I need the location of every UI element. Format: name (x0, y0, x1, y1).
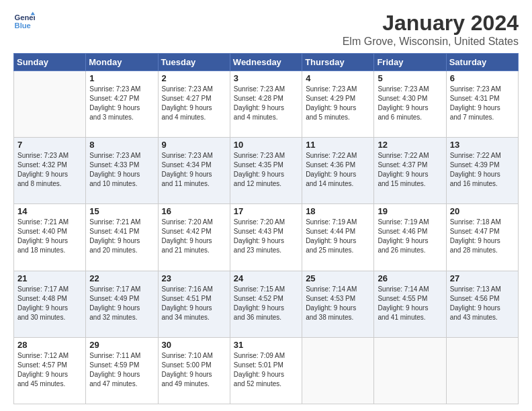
table-row: 18Sunrise: 7:19 AM Sunset: 4:44 PM Dayli… (302, 204, 374, 271)
table-row: 17Sunrise: 7:20 AM Sunset: 4:43 PM Dayli… (230, 204, 302, 271)
day-number: 7 (17, 140, 82, 150)
table-row: 30Sunrise: 7:10 AM Sunset: 5:00 PM Dayli… (158, 337, 230, 404)
day-info: Sunrise: 7:23 AM Sunset: 4:28 PM Dayligh… (234, 85, 298, 122)
col-friday: Friday (374, 54, 446, 71)
day-number: 22 (89, 273, 154, 283)
day-info: Sunrise: 7:23 AM Sunset: 4:33 PM Dayligh… (89, 151, 154, 189)
col-monday: Monday (86, 54, 158, 71)
table-row (446, 337, 518, 404)
day-info: Sunrise: 7:23 AM Sunset: 4:34 PM Dayligh… (162, 151, 226, 189)
table-row: 24Sunrise: 7:15 AM Sunset: 4:52 PM Dayli… (230, 271, 302, 337)
table-row: 25Sunrise: 7:14 AM Sunset: 4:53 PM Dayli… (302, 271, 374, 337)
day-number: 9 (162, 140, 226, 150)
table-row: 5Sunrise: 7:23 AM Sunset: 4:30 PM Daylig… (374, 71, 446, 138)
col-thursday: Thursday (302, 54, 374, 71)
day-info: Sunrise: 7:20 AM Sunset: 4:43 PM Dayligh… (234, 218, 298, 255)
table-row: 2Sunrise: 7:23 AM Sunset: 4:27 PM Daylig… (158, 71, 230, 138)
day-number: 19 (378, 206, 442, 216)
day-info: Sunrise: 7:19 AM Sunset: 4:44 PM Dayligh… (306, 218, 370, 255)
day-info: Sunrise: 7:23 AM Sunset: 4:31 PM Dayligh… (450, 85, 515, 122)
day-number: 28 (17, 340, 82, 350)
day-info: Sunrise: 7:16 AM Sunset: 4:51 PM Dayligh… (162, 285, 226, 322)
day-info: Sunrise: 7:14 AM Sunset: 4:53 PM Dayligh… (306, 285, 370, 322)
table-row: 3Sunrise: 7:23 AM Sunset: 4:28 PM Daylig… (230, 71, 302, 138)
calendar-table: Sunday Monday Tuesday Wednesday Thursday… (13, 53, 519, 404)
col-wednesday: Wednesday (230, 54, 302, 71)
day-number: 2 (162, 73, 226, 83)
page: General Blue January 2024 Elm Grove, Wis… (0, 0, 532, 411)
day-number: 11 (306, 140, 370, 150)
header-row: Sunday Monday Tuesday Wednesday Thursday… (14, 54, 519, 71)
calendar-week-row: 14Sunrise: 7:21 AM Sunset: 4:40 PM Dayli… (14, 204, 519, 271)
table-row: 13Sunrise: 7:22 AM Sunset: 4:39 PM Dayli… (446, 138, 518, 204)
day-info: Sunrise: 7:17 AM Sunset: 4:48 PM Dayligh… (17, 285, 82, 322)
calendar-week-row: 7Sunrise: 7:23 AM Sunset: 4:32 PM Daylig… (14, 138, 519, 204)
day-number: 8 (89, 140, 154, 150)
col-saturday: Saturday (446, 54, 518, 71)
day-number: 26 (378, 273, 442, 283)
table-row: 14Sunrise: 7:21 AM Sunset: 4:40 PM Dayli… (14, 204, 86, 271)
calendar-week-row: 1Sunrise: 7:23 AM Sunset: 4:27 PM Daylig… (14, 71, 519, 138)
day-number: 27 (450, 273, 515, 283)
day-number: 23 (162, 273, 226, 283)
logo-icon: General Blue (13, 11, 35, 32)
day-number: 6 (450, 73, 515, 83)
table-row (14, 71, 86, 138)
calendar-week-row: 28Sunrise: 7:12 AM Sunset: 4:57 PM Dayli… (14, 337, 519, 404)
day-info: Sunrise: 7:15 AM Sunset: 4:52 PM Dayligh… (234, 285, 298, 322)
day-info: Sunrise: 7:22 AM Sunset: 4:37 PM Dayligh… (378, 151, 442, 189)
table-row: 12Sunrise: 7:22 AM Sunset: 4:37 PM Dayli… (374, 138, 446, 204)
table-row: 9Sunrise: 7:23 AM Sunset: 4:34 PM Daylig… (158, 138, 230, 204)
table-row: 11Sunrise: 7:22 AM Sunset: 4:36 PM Dayli… (302, 138, 374, 204)
day-number: 3 (234, 73, 298, 83)
day-number: 17 (234, 206, 298, 216)
day-number: 18 (306, 206, 370, 216)
day-info: Sunrise: 7:18 AM Sunset: 4:47 PM Dayligh… (450, 218, 515, 255)
title-section: January 2024 Elm Grove, Wisconsin, Unite… (343, 11, 519, 48)
day-number: 4 (306, 73, 370, 83)
subtitle: Elm Grove, Wisconsin, United States (343, 36, 519, 48)
day-number: 16 (162, 206, 226, 216)
day-info: Sunrise: 7:20 AM Sunset: 4:42 PM Dayligh… (162, 218, 226, 255)
table-row: 27Sunrise: 7:13 AM Sunset: 4:56 PM Dayli… (446, 271, 518, 337)
main-title: January 2024 (343, 11, 519, 36)
day-number: 25 (306, 273, 370, 283)
day-info: Sunrise: 7:22 AM Sunset: 4:36 PM Dayligh… (306, 151, 370, 189)
day-number: 30 (162, 340, 226, 350)
table-row: 28Sunrise: 7:12 AM Sunset: 4:57 PM Dayli… (14, 337, 86, 404)
day-info: Sunrise: 7:12 AM Sunset: 4:57 PM Dayligh… (17, 351, 82, 389)
table-row: 23Sunrise: 7:16 AM Sunset: 4:51 PM Dayli… (158, 271, 230, 337)
table-row: 20Sunrise: 7:18 AM Sunset: 4:47 PM Dayli… (446, 204, 518, 271)
table-row: 29Sunrise: 7:11 AM Sunset: 4:59 PM Dayli… (86, 337, 158, 404)
table-row: 26Sunrise: 7:14 AM Sunset: 4:55 PM Dayli… (374, 271, 446, 337)
calendar-week-row: 21Sunrise: 7:17 AM Sunset: 4:48 PM Dayli… (14, 271, 519, 337)
table-row: 16Sunrise: 7:20 AM Sunset: 4:42 PM Dayli… (158, 204, 230, 271)
day-info: Sunrise: 7:14 AM Sunset: 4:55 PM Dayligh… (378, 285, 442, 322)
day-number: 13 (450, 140, 515, 150)
table-row (374, 337, 446, 404)
day-info: Sunrise: 7:23 AM Sunset: 4:35 PM Dayligh… (234, 151, 298, 189)
day-info: Sunrise: 7:23 AM Sunset: 4:30 PM Dayligh… (378, 85, 442, 122)
table-row: 6Sunrise: 7:23 AM Sunset: 4:31 PM Daylig… (446, 71, 518, 138)
table-row: 10Sunrise: 7:23 AM Sunset: 4:35 PM Dayli… (230, 138, 302, 204)
table-row (302, 337, 374, 404)
day-number: 29 (89, 340, 154, 350)
table-row: 7Sunrise: 7:23 AM Sunset: 4:32 PM Daylig… (14, 138, 86, 204)
day-info: Sunrise: 7:21 AM Sunset: 4:41 PM Dayligh… (89, 218, 154, 255)
logo: General Blue (13, 11, 35, 32)
day-info: Sunrise: 7:23 AM Sunset: 4:27 PM Dayligh… (162, 85, 226, 122)
table-row: 4Sunrise: 7:23 AM Sunset: 4:29 PM Daylig… (302, 71, 374, 138)
day-info: Sunrise: 7:23 AM Sunset: 4:27 PM Dayligh… (89, 85, 154, 122)
table-row: 31Sunrise: 7:09 AM Sunset: 5:01 PM Dayli… (230, 337, 302, 404)
svg-text:Blue: Blue (15, 21, 31, 30)
day-number: 10 (234, 140, 298, 150)
header: General Blue January 2024 Elm Grove, Wis… (13, 11, 519, 48)
table-row: 1Sunrise: 7:23 AM Sunset: 4:27 PM Daylig… (86, 71, 158, 138)
day-info: Sunrise: 7:09 AM Sunset: 5:01 PM Dayligh… (234, 351, 298, 389)
day-info: Sunrise: 7:23 AM Sunset: 4:29 PM Dayligh… (306, 85, 370, 122)
day-info: Sunrise: 7:22 AM Sunset: 4:39 PM Dayligh… (450, 151, 515, 189)
day-info: Sunrise: 7:19 AM Sunset: 4:46 PM Dayligh… (378, 218, 442, 255)
day-number: 20 (450, 206, 515, 216)
day-number: 14 (17, 206, 82, 216)
day-number: 12 (378, 140, 442, 150)
